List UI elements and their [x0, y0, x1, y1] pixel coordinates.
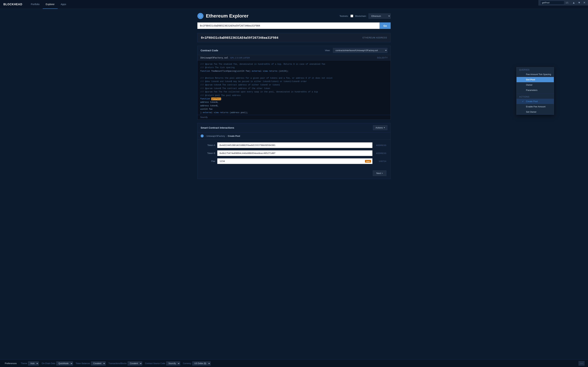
- code-line-2: /// @return The tick spacing: [200, 66, 388, 69]
- balances-select[interactable]: Covalent: [91, 361, 106, 366]
- token-a-label: Token A: [202, 144, 215, 146]
- dropdown-owner[interactable]: Owner: [517, 82, 554, 87]
- explorer-controls: Testnets: Blockchain: Ethereum: [339, 13, 391, 19]
- breadcrumb-icon: ⬡: [201, 134, 204, 137]
- fee-input[interactable]: 1234: [217, 158, 372, 164]
- address-text: 0×1F98431c8aD98523631AE4a59f267346ea31F9…: [201, 36, 278, 39]
- find-input[interactable]: getPool: [540, 1, 564, 5]
- balances-control: Token Balances Covalent: [76, 361, 106, 366]
- onchain-select[interactable]: QuickNode: [56, 361, 73, 366]
- fee-input-wrapper: 1234 max: [217, 158, 372, 164]
- code-line-5: /// @notice Returns the pool address for…: [200, 76, 388, 80]
- interactions-title: Smart Contract Interactions: [201, 126, 234, 129]
- testnets-label: Testnets:: [339, 15, 348, 17]
- code-line-9: /// @param fee The fee collected upon ev…: [200, 90, 388, 94]
- actions-button[interactable]: Actions: [373, 125, 387, 130]
- app-logo: BLOCKHEAD: [3, 3, 22, 6]
- code-line-3: function feeAmountTickSpacing(uint24 fee…: [200, 69, 388, 73]
- code-line-15: ) external view returns (address pool);: [200, 111, 388, 114]
- dropdown-parameters-label: Parameters: [526, 89, 537, 92]
- code-line-6: /// @dev tokenA and tokenB may be passed…: [200, 80, 388, 83]
- code-license: GPL-2.0-OR-LATER: [230, 57, 250, 59]
- go-button[interactable]: Go: [380, 22, 391, 29]
- theme-select[interactable]: Auto: [28, 361, 39, 366]
- find-next-btn[interactable]: ▼: [577, 1, 581, 5]
- code-line-11: function getPool(: [200, 97, 388, 100]
- blockchain-label: Blockchain:: [355, 15, 366, 17]
- queries-section-label: Queries: [517, 67, 554, 72]
- create-pool-check: ✓: [522, 100, 525, 103]
- dropdown-get-pool-label: Get Pool: [526, 78, 535, 81]
- next-button[interactable]: Next >: [373, 170, 386, 176]
- status-bar: Preferences Theme Auto On-Chain Data Qui…: [0, 359, 588, 367]
- nav-explorer[interactable]: Explorer: [43, 0, 58, 9]
- nav-portfolio[interactable]: Portfolio: [28, 0, 43, 9]
- explorer-title: Ethereum Explorer: [206, 13, 249, 19]
- contract-code-section: Contract Code View: contracts/interfaces…: [197, 46, 391, 120]
- source-select[interactable]: Sourcify: [166, 361, 180, 366]
- find-count: 1/1: [566, 1, 570, 4]
- interactions-header: Smart Contract Interactions Actions: [198, 123, 390, 132]
- fee-label: Fee: [202, 160, 215, 162]
- find-prev-btn[interactable]: ▲: [572, 1, 576, 5]
- dropdown-set-owner[interactable]: Set Owner: [517, 109, 554, 115]
- form-actions: Next >: [198, 169, 390, 179]
- onchain-control: On-Chain Data QuickNode: [42, 361, 73, 366]
- code-line-14: uint24 fee: [200, 108, 388, 111]
- preferences-button[interactable]: Preferences: [3, 361, 18, 365]
- token-a-input[interactable]: 0x4d224452801ACEd8B2F0aebE155379bb5D5943…: [217, 142, 372, 148]
- address-input[interactable]: 0x1F98431c8aD98523631AE4a59f267346ea31F9…: [197, 22, 380, 29]
- breadcrumb-sep-1: ›: [205, 135, 205, 137]
- fee-type: UINT24: [374, 160, 386, 162]
- view-select[interactable]: contracts/interfaces/IUniswapV3Factory.s…: [333, 48, 387, 53]
- currency-label: Currency: [183, 362, 191, 365]
- code-line-1: /// @param fee The enabled fee, denomina…: [200, 63, 388, 66]
- enable-fee-check: [522, 105, 525, 108]
- top-nav: BLOCKHEAD Portfolio Explorer Apps: [0, 0, 588, 9]
- breadcrumb-factory[interactable]: UniswapV3Factory: [206, 135, 225, 137]
- dropdown-get-pool[interactable]: Get Pool: [517, 77, 554, 82]
- blockchain-select[interactable]: Ethereum: [369, 13, 391, 19]
- token-a-type: ADDRESS: [374, 144, 386, 146]
- token-b-input[interactable]: 0x6b175474e89094c44da98b954eedeac495271d…: [217, 150, 372, 156]
- max-badge[interactable]: max: [365, 160, 371, 163]
- dropdown-enable-fee-label: Enable Fee Amount: [526, 105, 545, 108]
- code-body[interactable]: /// @param fee The enabled fee, denomina…: [198, 60, 390, 115]
- breadcrumb-sep-2: ›: [226, 135, 227, 137]
- dropdown-create-pool[interactable]: ✓ Create Pool: [517, 99, 554, 104]
- fee-row: Fee 1234 max UINT24: [202, 158, 386, 164]
- txblocks-label: Transactions/Blocks: [108, 362, 127, 365]
- dropdown-fee-amount-label: Fee Amount Tick Spacing: [526, 73, 551, 76]
- code-lang: SOLIDITY: [377, 57, 388, 59]
- txblocks-select[interactable]: Covalent: [128, 361, 142, 366]
- token-b-label: Token B: [202, 152, 215, 154]
- dropdown-owner-label: Owner: [526, 83, 533, 86]
- main-content: ⬡ Ethereum Explorer Testnets: Blockchain…: [192, 9, 396, 359]
- address-card: 0×1F98431c8aD98523631AE4a59f267346ea31F9…: [197, 33, 391, 42]
- code-line-10: /// @return pool The pool address: [200, 94, 388, 97]
- explorer-header: ⬡ Ethereum Explorer Testnets: Blockchain…: [197, 13, 391, 19]
- code-line-8: /// @param tokenB The contract address o…: [200, 87, 388, 90]
- currency-select[interactable]: US Dollar ($): [192, 361, 211, 366]
- testnets-toggle[interactable]: [350, 15, 353, 17]
- code-file-header: IUniswapV3Factory.sol GPL-2.0-OR-LATER S…: [198, 55, 390, 60]
- breadcrumb-createpool[interactable]: Create Pool: [228, 135, 240, 137]
- dropdown-set-owner-label: Set Owner: [526, 111, 536, 113]
- ethereum-icon: ⬡: [197, 13, 203, 19]
- theme-label: Theme: [21, 362, 27, 365]
- actions-section-label: Actions: [517, 94, 554, 99]
- set-owner-check: [522, 111, 525, 113]
- nav-links: Portfolio Explorer Apps: [28, 0, 585, 9]
- balances-label: Token Balances: [76, 362, 90, 365]
- find-close-btn[interactable]: ✕: [583, 1, 586, 5]
- breadcrumb: ⬡ › UniswapV3Factory › Create Pool: [198, 132, 390, 140]
- dropdown-fee-amount[interactable]: Fee Amount Tick Spacing: [517, 72, 554, 77]
- source-control: Contract Source Code Sourcify: [145, 361, 180, 366]
- dropdown-parameters[interactable]: Parameters: [517, 87, 554, 93]
- sourcify-badge: Sourcify: [198, 115, 390, 119]
- contract-code-title: Contract Code: [201, 49, 218, 52]
- owner-check: [522, 83, 525, 86]
- dropdown-enable-fee[interactable]: Enable Fee Amount: [517, 104, 554, 109]
- nav-apps[interactable]: Apps: [58, 0, 69, 9]
- more-button[interactable]: ⋯: [579, 361, 585, 366]
